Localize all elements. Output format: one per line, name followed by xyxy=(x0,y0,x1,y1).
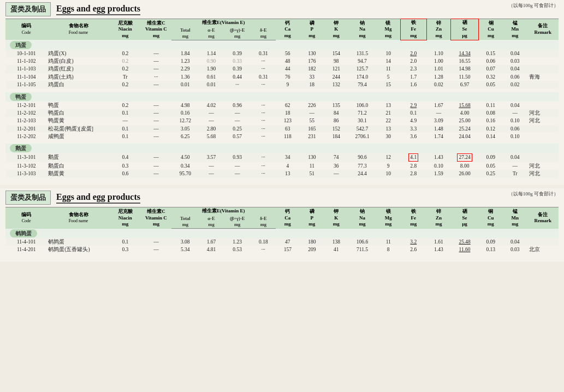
th2-na: 钠Namg xyxy=(348,207,376,229)
th2-vite-group: 维生素E(Vitamin E) xyxy=(171,207,276,215)
th2-fe: 铁Femg xyxy=(400,207,426,229)
th2-p: 磷Pmg xyxy=(300,207,324,229)
remark-cell: 河北 xyxy=(527,162,559,170)
table-row: 11-2-201松花蛋(鸭蛋)[皮蛋]0.1—3.052.800.25···63… xyxy=(5,125,559,133)
table-row: 11-3-101鹅蛋0.4—4.503.570.93···341307490.6… xyxy=(5,153,559,162)
table-header-row-1: 编码Code 食物名称Food name 尼克酸Niacinmg 维生素CVit… xyxy=(5,19,559,27)
section-header-1: 蛋类及制品 Eggs and egg products （以每100g 可食部计… xyxy=(5,2,559,16)
remark-cell: 河北 xyxy=(527,117,559,124)
remark-cell: 青海 xyxy=(527,73,559,81)
th2-vite-d: δ-Emg xyxy=(251,215,276,229)
th-vite-group: 维生素E(Vitamin E) xyxy=(171,19,276,27)
th2-mn: 锰Mnmg xyxy=(503,207,527,229)
th2-code: 编码Code xyxy=(5,207,47,229)
th-vitc: 维生素CVitamin Cmg xyxy=(141,19,171,40)
remark-cell xyxy=(527,50,559,57)
th-p: 磷Pmg xyxy=(300,19,324,40)
th-vite-b: (β+γ)-Emg xyxy=(223,27,251,40)
th2-vitc: 维生素CVitamin Cmg xyxy=(141,207,171,229)
remark-cell xyxy=(527,238,559,246)
th2-k: 钾Kmg xyxy=(324,207,349,229)
table-row: 11-2-101鸭蛋0.2—4.984.020.96···62226135106… xyxy=(5,102,559,109)
table-row: 11-2-102鸭蛋白0.1—0.16——···18—8471.2210.1—4… xyxy=(5,109,559,117)
remark-cell: 河北 xyxy=(527,170,559,177)
table-row: 11-3-103鹅蛋黄0.6—95.70——···1351—24.4102.81… xyxy=(5,170,559,177)
category-en-2: Eggs and egg products xyxy=(56,192,140,204)
th-fe: 铁Femg xyxy=(400,19,426,40)
category-en-1: Eggs and egg products xyxy=(56,4,140,15)
remark-cell xyxy=(527,57,559,65)
category-box-1: 蛋类及制品 xyxy=(5,2,51,16)
th-k: 钾Kmg xyxy=(324,19,349,40)
category-zh-2: 蛋类及制品 xyxy=(10,193,46,203)
table-row: 11-3-102鹅蛋白0.3—0.34——···4113677.392.80.1… xyxy=(5,162,559,170)
table2-header-row-1: 编码Code 食物名称Food name 尼克酸Niacinmg 维生素CVit… xyxy=(5,207,559,215)
th-vite-total: Totalmg xyxy=(171,27,199,40)
th-vite-a: α-Emg xyxy=(199,27,224,40)
th2-zn: 锌Znmg xyxy=(426,207,451,229)
section-2: 蛋类及制品 Eggs and egg products （以每100g 可食部计… xyxy=(0,188,564,261)
th-ca: 钙Camg xyxy=(276,19,300,40)
th2-se: 硒Seμg xyxy=(451,207,479,229)
data-table-2: 编码Code 食物名称Food name 尼克酸Niacinmg 维生素CVit… xyxy=(5,207,559,257)
th2-cu: 铜Cumg xyxy=(479,207,503,229)
remark-cell xyxy=(527,133,559,140)
th2-mg: 镁Mgmg xyxy=(376,207,401,229)
table-row: 11-2-202咸鸭蛋0.1—6.255.680.57···1182311842… xyxy=(5,133,559,140)
remark-cell xyxy=(527,125,559,133)
category-zh-1: 蛋类及制品 xyxy=(10,4,46,14)
remark-cell xyxy=(527,153,559,162)
remark-cell xyxy=(527,65,559,73)
th2-foodname: 食物名称Food name xyxy=(47,207,109,229)
remark-cell: 北京 xyxy=(527,246,559,253)
th-zn: 锌Znmg xyxy=(426,19,451,40)
subgroup-row: 鸡蛋 xyxy=(5,40,559,50)
subgroup-row: 鹅蛋 xyxy=(5,144,559,153)
section-1: 蛋类及制品 Eggs and egg products （以每100g 可食部计… xyxy=(0,0,564,185)
th2-vite-a: α-Emg xyxy=(199,215,224,229)
unit-note-2: （以每100g 可食部计） xyxy=(508,191,559,198)
table-row: 11-1-104鸡蛋(土鸡)Tr···1.360.610.440.3176332… xyxy=(5,73,559,81)
table-row: 11-1-102鸡蛋(白皮)0.2—1.230.900.33···4817698… xyxy=(5,57,559,65)
table-row: 11-4-201鹌鹑蛋(五香罐头)0.3—5.344.810.53···1572… xyxy=(5,246,559,253)
th2-niacin: 尼克酸Niacinmg xyxy=(110,207,141,229)
unit-note-1: （以每100g 可食部计） xyxy=(508,2,559,9)
th-code: 编码Code xyxy=(5,19,47,40)
category-box-2: 蛋类及制品 xyxy=(5,191,51,205)
table-row: 10-1-101鸡蛋(X)0.2—1.841.140.390.315613015… xyxy=(5,50,559,57)
th-vite-d: δ-Emg xyxy=(251,27,276,40)
th-na: 钠Namg xyxy=(348,19,376,40)
table-row: 11-4-101鹌鹑蛋0.1—3.081.671.230.18471801381… xyxy=(5,238,559,246)
th-mg: 镁Mgmg xyxy=(376,19,401,40)
table-row: 11-1-103鸡蛋(红皮)0.2—2.291.900.39···4418212… xyxy=(5,65,559,73)
subgroup-row: 鸭蛋 xyxy=(5,92,559,102)
table-body-1: 鸡蛋10-1-101鸡蛋(X)0.2—1.841.140.390.3156130… xyxy=(5,40,559,181)
th2-ca: 钙Camg xyxy=(276,207,300,229)
table-row: 11-2-103鸭蛋黄——12.72——···123558630.1224.93… xyxy=(5,117,559,124)
th2-vite-b: (β+γ)-Emg xyxy=(223,215,251,229)
remark-cell xyxy=(527,81,559,88)
remark-cell xyxy=(527,102,559,109)
table-body-2: 鹌鹑蛋11-4-101鹌鹑蛋0.1—3.081.671.230.18471801… xyxy=(5,229,559,257)
remark-cell: 河北 xyxy=(527,109,559,117)
section-header-2: 蛋类及制品 Eggs and egg products （以每100g 可食部计… xyxy=(5,191,559,205)
th-se: 硒Seμg xyxy=(451,19,479,40)
th-niacin: 尼克酸Niacinmg xyxy=(110,19,141,40)
table-row: 11-1-105鸡蛋白0.2—0.010.01······91813279.41… xyxy=(5,81,559,88)
th-cu: 铜Cumg xyxy=(479,19,503,40)
spacer-row xyxy=(5,254,559,257)
spacer-row xyxy=(5,177,559,181)
th-remark: 备注Remark xyxy=(527,19,559,40)
th2-vite-total: Totalmg xyxy=(171,215,199,229)
subgroup-row: 鹌鹑蛋 xyxy=(5,229,559,239)
th2-remark: 备注Remark xyxy=(527,207,559,229)
data-table-1: 编码Code 食物名称Food name 尼克酸Niacinmg 维生素CVit… xyxy=(5,19,559,181)
th-foodname: 食物名称Food name xyxy=(47,19,109,40)
th-mn: 锰Mnmg xyxy=(503,19,527,40)
